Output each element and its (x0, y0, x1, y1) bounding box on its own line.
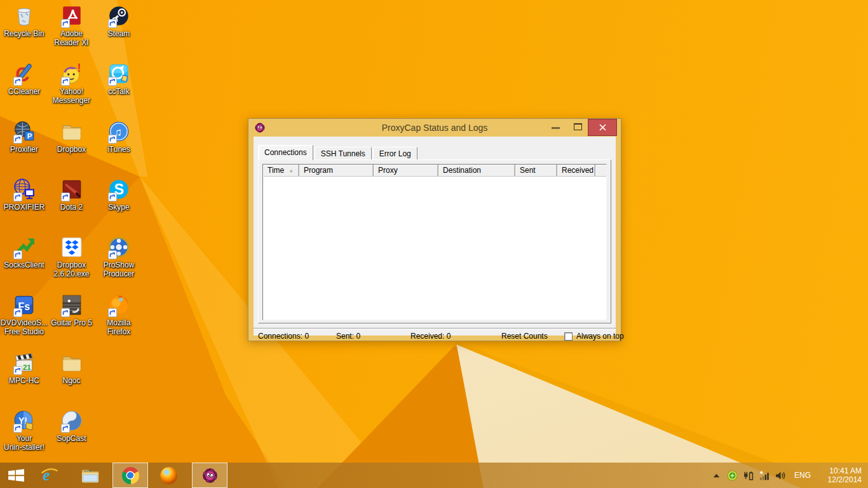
minimize-button[interactable] (552, 127, 560, 129)
shortcut-arrow-icon (61, 77, 70, 86)
folder-icon (60, 351, 83, 374)
desktop-icon-dropbox[interactable]: Dropbox (48, 120, 95, 154)
connections-list[interactable]: Time▲ProgramProxyDestinationSentReceived (262, 164, 607, 320)
ccleaner-icon: C (13, 62, 36, 85)
sent-count: Sent: 0 (336, 332, 360, 341)
column-header-sent[interactable]: Sent (515, 165, 557, 177)
itunes-icon: ♫ (107, 120, 130, 143)
shortcut-arrow-icon (108, 250, 117, 259)
tab-ssh-tunnels[interactable]: SSH Tunnels (315, 147, 372, 159)
steam-icon (107, 4, 130, 27)
firefox-logo (160, 467, 177, 484)
shortcut-arrow-icon (108, 193, 117, 201)
tab-connections[interactable]: Connections (258, 145, 313, 160)
language-indicator[interactable]: ENG (794, 471, 811, 480)
show-hidden-icons-icon[interactable] (711, 470, 722, 481)
desktop-icon-proxifier[interactable]: PROXIFIER (1, 178, 48, 212)
shortcut-arrow-icon (13, 250, 22, 259)
always-on-top-label[interactable]: Always on top (576, 332, 624, 341)
taskbar-button-chrome[interactable] (112, 463, 148, 488)
shortcut-arrow-icon (61, 308, 70, 317)
desktop-icon-label: Skype (91, 203, 147, 212)
free-studio-icon: Fs (13, 294, 36, 316)
window-title: ProxyCap Status and Logs (248, 123, 621, 133)
shortcut-arrow-icon (13, 424, 22, 433)
desktop-icon-dropbox-2-6-20-exe[interactable]: Dropbox 2.6.20.exe (48, 236, 95, 278)
file-explorer-icon (81, 467, 100, 484)
desktop-icon-mozilla-firefox[interactable]: Mozilla Firefox (95, 294, 142, 336)
desktop-icon-socksclient[interactable]: SocksClient (1, 236, 48, 269)
svg-text:21: 21 (23, 363, 31, 371)
antivirus-status-icon[interactable] (727, 470, 738, 481)
desktop-icon-dota-2[interactable]: Dota 2 (48, 178, 95, 212)
desktop-icon-proxifier[interactable]: PProxifier (1, 120, 48, 154)
system-tray: ENG 10:41 AM 12/2/2014 (711, 463, 868, 488)
desktop-icon-steam[interactable]: Steam (95, 4, 142, 38)
recycle-bin-icon (13, 4, 36, 27)
maximize-button[interactable] (574, 123, 582, 130)
taskbar-button-file-explorer[interactable] (75, 463, 105, 488)
desktop-icon-your-unin-staller[interactable]: Y!Your Unin-staller! (1, 409, 48, 452)
desktop-icon-dvdvideos-free-studio[interactable]: FsDVDVideoS... Free Studio (1, 294, 48, 336)
proxifier-icon: P (13, 120, 36, 143)
socksclient-icon (13, 236, 36, 259)
tab-page: Time▲ProgramProxyDestinationSentReceived (258, 159, 611, 323)
desktop-icon-label: Ngoc (44, 376, 100, 385)
desktop-icon-label: ccTalk (91, 87, 147, 96)
desktop-icon-skype[interactable]: SSkype (95, 178, 142, 212)
taskbar: e ENG 10:41 AM 12/2/2014 (0, 463, 868, 488)
desktop-icon-mpc-hc[interactable]: 21MPC-HC (1, 351, 48, 385)
shortcut-arrow-icon (13, 135, 22, 144)
desktop-icon-cctalk[interactable]: ccTalk (95, 62, 142, 96)
desktop-icon-label: SopCast (44, 434, 100, 443)
folder-icon (60, 120, 83, 143)
desktop-icon-ccleaner[interactable]: CCCleaner (1, 62, 48, 96)
column-header-blank (595, 165, 607, 177)
desktop-icon-label: Steam (91, 29, 147, 38)
taskbar-button-firefox[interactable] (153, 463, 184, 488)
desktop-icon-itunes[interactable]: ♫iTunes (95, 120, 142, 154)
skype-icon: S (107, 178, 130, 201)
close-icon (599, 124, 606, 131)
battery-power-icon[interactable] (743, 470, 754, 481)
desktop-icon-guitar-pro-5[interactable]: Guitar Pro 5 (48, 294, 95, 327)
status-bar: Connections: 0 Sent: 0 Received: 0 Reset… (254, 331, 616, 342)
shortcut-arrow-icon (61, 193, 70, 201)
shortcut-arrow-icon (108, 77, 117, 86)
window-titlebar[interactable]: ProxyCap Status and Logs (248, 119, 621, 137)
column-header-proxy[interactable]: Proxy (374, 165, 438, 177)
clock[interactable]: 10:41 AM 12/2/2014 (820, 466, 862, 484)
column-header-program[interactable]: Program (299, 165, 374, 177)
column-header-received[interactable]: Received (557, 165, 595, 177)
guitar-pro-icon (60, 294, 83, 316)
column-header-time[interactable]: Time▲ (263, 165, 299, 177)
proxifier-globe-icon (13, 178, 36, 201)
taskbar-button-proxycap[interactable] (192, 463, 227, 488)
start-button[interactable] (0, 463, 32, 488)
taskbar-button-internet-explorer[interactable]: e (34, 463, 65, 488)
volume-icon[interactable] (775, 470, 785, 481)
dropbox-icon (60, 236, 83, 259)
uninstaller-icon: Y! (13, 409, 36, 432)
close-button[interactable] (588, 119, 617, 136)
network-signal-icon[interactable] (759, 470, 770, 481)
always-on-top-checkbox[interactable] (564, 332, 573, 341)
desktop-icon-sopcast[interactable]: SopCast (48, 409, 95, 443)
desktop-icon-proshow-producer[interactable]: ProShow Producer (95, 236, 142, 278)
svg-text:P: P (27, 132, 32, 140)
dota2-icon (60, 178, 83, 201)
svg-text:!: ! (77, 62, 81, 74)
connections-count: Connections: 0 (258, 332, 309, 341)
column-header-destination[interactable]: Destination (438, 165, 515, 177)
adobe-reader-icon (60, 4, 83, 27)
shortcut-arrow-icon (61, 19, 70, 28)
start-logo-icon (8, 468, 24, 482)
desktop-icon-adobe-reader-xi[interactable]: Adobe Reader XI (48, 4, 95, 47)
proshow-icon (107, 236, 130, 259)
reset-counts-button[interactable]: Reset Counts (501, 332, 548, 341)
desktop-icon-ngoc[interactable]: Ngoc (48, 351, 95, 385)
desktop-icon-yahoo-messenger[interactable]: !Yahoo! Messenger (48, 62, 95, 105)
cctalk-icon (107, 62, 130, 85)
tab-error-log[interactable]: Error Log (373, 147, 417, 159)
desktop-icon-recycle-bin[interactable]: Recycle Bin (1, 4, 48, 38)
